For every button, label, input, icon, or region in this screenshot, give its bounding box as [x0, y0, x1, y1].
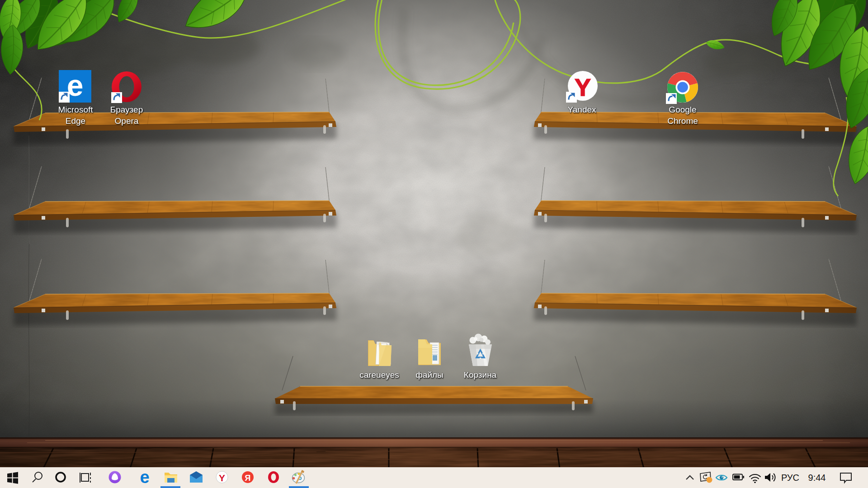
svg-text:careueyes: careueyes: [359, 370, 399, 380]
svg-text:Я: Я: [245, 474, 251, 483]
svg-text:e: e: [140, 468, 149, 487]
svg-text:Y: Y: [219, 473, 225, 483]
svg-text:Chrome: Chrome: [667, 116, 698, 126]
svg-text:Google: Google: [669, 105, 696, 114]
svg-text:Opera: Opera: [115, 116, 139, 126]
svg-text:РУС: РУС: [781, 473, 799, 483]
svg-text:Microsoft: Microsoft: [58, 105, 93, 114]
svg-text:Edge: Edge: [66, 116, 85, 126]
svg-text:9:44: 9:44: [808, 473, 826, 483]
svg-text:Корзина: Корзина: [464, 370, 497, 380]
svg-text:Y: Y: [575, 74, 591, 101]
svg-text:Браузер: Браузер: [110, 105, 143, 114]
svg-text:файлы: файлы: [415, 370, 443, 380]
svg-text:Yandex: Yandex: [567, 105, 596, 114]
